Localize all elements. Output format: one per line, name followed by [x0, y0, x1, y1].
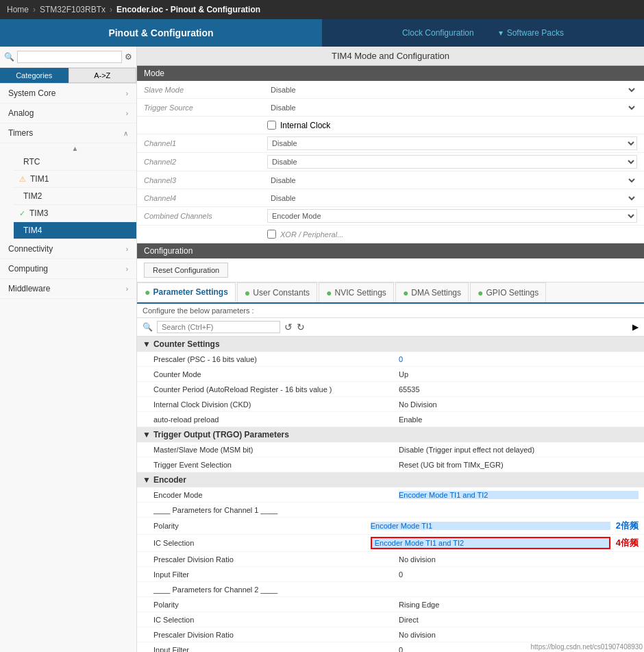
sidebar-item-system-core[interactable]: System Core ›	[0, 84, 136, 104]
sidebar-tab-az[interactable]: A->Z	[69, 68, 137, 83]
breadcrumb-device[interactable]: STM32F103RBTx	[40, 5, 106, 14]
tab-dot-dma: ●	[403, 287, 408, 298]
slave-mode-label: Slave Mode	[144, 86, 267, 94]
sidebar-item-connectivity[interactable]: Connectivity ›	[0, 239, 136, 259]
watermark: https://blog.csdn.net/cs01907408930	[531, 643, 643, 651]
tab-user-constants[interactable]: ● User Constants	[237, 282, 317, 302]
sidebar-child-label-tim3: TIM3	[29, 208, 48, 218]
internal-clock-row: Internal Clock	[137, 117, 644, 134]
sidebar-child-tim3[interactable]: ✓ TIM3	[14, 205, 136, 222]
config-section: Reset Configuration ● Parameter Settings…	[137, 258, 644, 652]
software-packs-label[interactable]: Software Packs	[507, 28, 564, 38]
prescaler-div-ch1-name: Prescaler Division Ratio	[153, 555, 399, 564]
encoder-header[interactable]: ▼ Encoder	[137, 472, 644, 487]
counter-period-row: Counter Period (AutoReload Register - 16…	[137, 382, 644, 397]
search-next-button[interactable]: ↻	[297, 322, 305, 333]
ch2-params-row: ____ Parameters for Channel 2 ____	[137, 582, 644, 597]
sidebar-tab-categories[interactable]: Categories	[0, 68, 69, 83]
reset-config-button[interactable]: Reset Configuration	[144, 263, 228, 278]
scroll-right-btn[interactable]: ▶	[632, 322, 639, 332]
software-packs-chevron: ▾	[499, 28, 503, 38]
encoder-mode-name: Encoder Mode	[153, 491, 399, 499]
sidebar-child-rtc[interactable]: RTC	[14, 154, 136, 171]
sidebar-tabs: Categories A->Z	[0, 68, 136, 84]
prescaler-div-ch1-value: No division	[399, 555, 639, 564]
msm-row: Master/Slave Mode (MSM bit) Disable (Tri…	[137, 442, 644, 457]
polarity-ch1-row: Polarity Encoder Mode TI1 2倍频	[137, 518, 644, 535]
combined-channels-select[interactable]: Encoder Mode	[267, 209, 637, 223]
input-filter-ch2-name: Input Filter	[153, 646, 399, 653]
polarity-ch1-value: Encoder Mode TI1	[371, 522, 610, 530]
ch1-params-row: ____ Parameters for Channel 1 ____	[137, 503, 644, 518]
sidebar: 🔍 ⚙ Categories A->Z System Core › Analog…	[0, 47, 137, 652]
sidebar-timers-children: ▲ RTC ⚠ TIM1 TIM2 ✓ TIM3 TIM4	[0, 143, 136, 239]
polarity-ch2-row: Polarity Rising Edge	[137, 597, 644, 612]
sidebar-child-label-tim1: TIM1	[30, 174, 49, 184]
ic-selection-ch1-row: IC Selection Encoder Mode TI1 and TI2 4倍…	[137, 535, 644, 552]
combined-channels-row: Combined Channels Encoder Mode	[137, 207, 644, 226]
channel3-select[interactable]: Disable	[267, 175, 637, 186]
internal-ckd-name: Internal Clock Division (CKD)	[153, 400, 399, 409]
sidebar-child-tim2[interactable]: TIM2	[14, 188, 136, 205]
sidebar-item-label-analog: Analog	[8, 108, 34, 118]
breadcrumb-current: Encoder.ioc - Pinout & Configuration	[116, 5, 260, 14]
trgo-header[interactable]: ▼ Trigger Output (TRGO) Parameters	[137, 427, 644, 442]
sidebar-item-analog[interactable]: Analog ›	[0, 104, 136, 123]
combined-channels-label: Combined Channels	[144, 212, 267, 220]
sidebar-item-label-timers: Timers	[8, 128, 33, 138]
breadcrumb-sep-1: ›	[33, 5, 36, 14]
channel1-select[interactable]: Disable	[267, 136, 637, 150]
sidebar-item-label-middleware: Middleware	[8, 284, 50, 293]
tab-clock[interactable]: Clock Configuration ▾ Software Packs	[322, 19, 644, 47]
tab-nvic-settings[interactable]: ● NVIC Settings	[319, 282, 394, 302]
tab-dma-settings[interactable]: ● DMA Settings	[395, 282, 469, 302]
tab-gpio-settings[interactable]: ● GPIO Settings	[470, 282, 546, 302]
counter-settings-header[interactable]: ▼ Counter Settings	[137, 337, 644, 352]
chevron-down-icon: ∧	[123, 130, 128, 137]
param-search-input[interactable]	[157, 321, 280, 333]
breadcrumb-home[interactable]: Home	[7, 5, 29, 14]
encoder-label: Encoder	[153, 475, 186, 485]
tim3-ok-icon: ✓	[19, 209, 25, 218]
chevron-right-icon: ›	[126, 285, 128, 293]
tab-dot-param: ●	[145, 287, 150, 298]
channel4-select[interactable]: Disable	[267, 193, 637, 204]
ic-selection-ch1-value: Encoder Mode TI1 and TI2	[371, 537, 610, 549]
gear-icon[interactable]: ⚙	[125, 52, 132, 62]
content-title: TIM4 Mode and Configuration	[137, 47, 644, 66]
autoreload-value: Enable	[399, 415, 639, 424]
sidebar-item-label-system-core: System Core	[8, 88, 55, 98]
sidebar-child-label-tim2: TIM2	[23, 191, 42, 201]
channel3-row: Channel3 Disable	[137, 171, 644, 189]
tab-parameter-settings[interactable]: ● Parameter Settings	[137, 282, 236, 302]
tab-dot-user: ●	[245, 287, 250, 298]
trigger-source-select[interactable]: Disable	[267, 102, 637, 113]
sidebar-item-timers[interactable]: Timers ∧	[0, 123, 136, 143]
slave-mode-select[interactable]: Disable	[267, 84, 637, 95]
trgo-collapse-icon: ▼	[143, 430, 151, 439]
sidebar-child-tim1[interactable]: ⚠ TIM1	[14, 171, 136, 188]
ic-selection-annotation: 4倍频	[616, 537, 639, 549]
ic-selection-ch1-name: IC Selection	[153, 539, 371, 547]
channel2-select[interactable]: Disable	[267, 155, 637, 169]
ch1-params-name: ____ Parameters for Channel 1 ____	[153, 506, 399, 514]
polarity-ch2-name: Polarity	[153, 601, 399, 609]
trgo-label: Trigger Output (TRGO) Parameters	[153, 430, 289, 439]
internal-clock-checkbox[interactable]	[267, 121, 276, 130]
ic-selection-ch2-row: IC Selection Direct	[137, 612, 644, 627]
tab-label-dma: DMA Settings	[411, 288, 461, 298]
autoreload-name: auto-reload preload	[153, 415, 399, 424]
sidebar-item-computing[interactable]: Computing ›	[0, 259, 136, 279]
internal-clock-checkbox-wrap: Internal Clock	[267, 121, 330, 130]
sidebar-item-middleware[interactable]: Middleware ›	[0, 279, 136, 299]
ic-selection-ch2-name: IC Selection	[153, 616, 399, 624]
xor-checkbox[interactable]	[267, 230, 276, 239]
sidebar-search-input[interactable]	[17, 51, 122, 63]
tim1-warning-icon: ⚠	[19, 175, 26, 184]
sidebar-child-tim4[interactable]: TIM4	[14, 222, 136, 239]
counter-period-name: Counter Period (AutoReload Register - 16…	[153, 385, 399, 394]
tab-pinout[interactable]: Pinout & Configuration	[0, 19, 322, 47]
params-content: ▼ Counter Settings Prescaler (PSC - 16 b…	[137, 337, 644, 652]
search-prev-button[interactable]: ↺	[284, 322, 293, 333]
counter-settings-label: Counter Settings	[153, 339, 220, 349]
